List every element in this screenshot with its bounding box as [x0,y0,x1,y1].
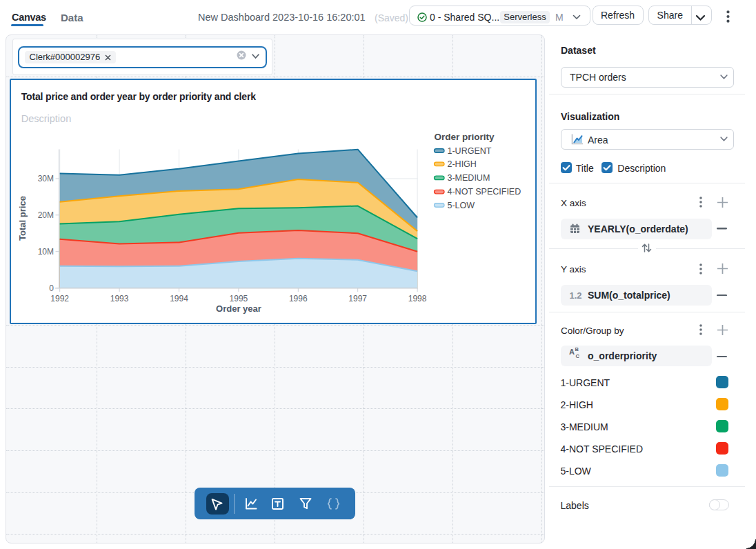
svg-text:1-URGENT: 1-URGENT [448,146,492,155]
svg-text:1994: 1994 [170,294,188,303]
svg-text:1993: 1993 [110,294,129,303]
svg-text:Description: Description [21,112,72,123]
svg-text:1998: 1998 [408,294,427,303]
svg-text:Total price and order year by: Total price and order year by order prio… [21,90,257,101]
svg-text:3-MEDIUM: 3-MEDIUM [448,173,490,183]
svg-text:1997: 1997 [348,294,367,303]
svg-text:4-NOT SPECIFIED: 4-NOT SPECIFIED [448,187,521,197]
svg-text:1992: 1992 [50,294,69,303]
svg-text:5-LOW: 5-LOW [448,200,475,210]
svg-text:1995: 1995 [230,294,248,303]
svg-text:2-HIGH: 2-HIGH [448,159,477,169]
svg-text:20M: 20M [38,210,54,219]
svg-text:1996: 1996 [289,294,308,303]
svg-text:Order year: Order year [216,303,261,314]
svg-text:10M: 10M [38,246,54,256]
svg-text:0: 0 [49,283,54,292]
svg-text:30M: 30M [38,174,54,183]
svg-text:Order priority: Order priority [435,131,495,141]
svg-text:Total price: Total price [17,196,28,241]
